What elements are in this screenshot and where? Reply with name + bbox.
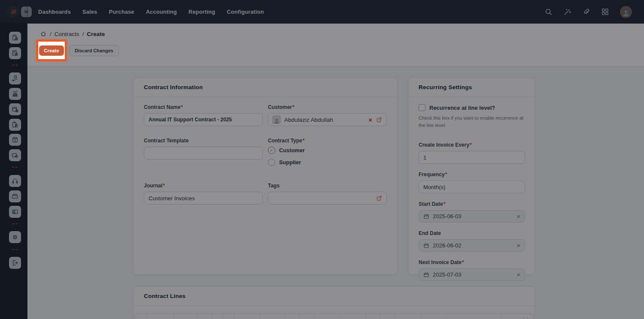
tags-input[interactable]: [268, 192, 387, 205]
paperclip-icon[interactable]: [582, 8, 590, 16]
frequency-label: Frequency*: [419, 172, 525, 178]
contract-name-field: Contract Name*: [144, 104, 263, 126]
next-invoice-date-field: Next Invoice Date* 2025-07-03 ×: [419, 259, 525, 281]
journal-field: Journal*: [144, 183, 263, 205]
contract-template-field: Contract Template: [144, 138, 263, 171]
breadcrumb: / Contracts / Create: [40, 30, 105, 37]
sidebar-divider: [12, 167, 18, 168]
tags-label: Tags: [268, 183, 387, 189]
payments-hand-icon[interactable]: [9, 72, 21, 84]
create-invoice-every-field: Create Invoice Every*: [419, 142, 525, 164]
calendar-icon: [423, 272, 429, 278]
frequency-input[interactable]: [419, 181, 525, 193]
menu-sales[interactable]: Sales: [82, 9, 97, 15]
contract-name-label: Contract Name*: [144, 104, 263, 110]
apps-grid-icon[interactable]: [601, 8, 609, 16]
ledger-clock-icon[interactable]: [9, 32, 21, 44]
start-date-value: 2025-06-03: [433, 213, 513, 220]
page-header: [27, 24, 644, 66]
contract-type-supplier-radio[interactable]: Supplier: [268, 159, 387, 166]
home-icon[interactable]: [40, 30, 47, 37]
contract-type-field: Contract Type* ✓ Customer Supplier: [268, 138, 387, 171]
calculator-report-icon[interactable]: [9, 47, 21, 59]
end-date-field: End Date 2026-06-02 ×: [419, 230, 525, 252]
contract-template-label: Contract Template: [144, 138, 263, 144]
radio-label: Supplier: [279, 159, 301, 166]
discard-changes-button[interactable]: Discard Changes: [69, 45, 119, 56]
clipboard-calculator-icon[interactable]: [9, 119, 21, 131]
package-icon[interactable]: [9, 134, 21, 146]
breadcrumb-contracts[interactable]: Contracts: [55, 31, 79, 37]
contract-information-card: Contract Information Contract Name* Cust…: [133, 78, 398, 275]
subscription-card-icon[interactable]: [9, 206, 21, 218]
card-title: Contract Lines: [144, 293, 185, 299]
bar-chart-icon[interactable]: [9, 88, 21, 100]
sidebar-divider: [12, 249, 18, 250]
topbar-actions: [544, 0, 632, 24]
tags-open-record-icon[interactable]: [376, 195, 383, 202]
card-header: Contract Information: [134, 78, 397, 97]
sidebar-collapse-button[interactable]: [21, 6, 32, 17]
card-header: Contract Lines: [134, 287, 535, 306]
create-button-highlight: Create: [36, 39, 67, 61]
recurring-settings-card: Recurring Settings Recurrence at line le…: [408, 78, 535, 275]
end-date-input[interactable]: 2026-06-02 ×: [419, 239, 525, 252]
magic-wand-icon[interactable]: [563, 8, 571, 16]
start-date-input[interactable]: 2025-06-03 ×: [419, 210, 525, 223]
sidebar-divider: [12, 65, 18, 66]
menu-reporting[interactable]: Reporting: [188, 9, 215, 15]
journal-input[interactable]: [144, 192, 263, 205]
required-mark: *: [445, 172, 447, 178]
end-date-label: End Date: [419, 230, 525, 236]
contract-type-label: Contract Type*: [268, 138, 387, 144]
start-date-label: Start Date*: [419, 201, 525, 207]
radio-unselected-icon: [268, 159, 275, 166]
wallet-icon[interactable]: [9, 149, 21, 161]
menu-configuration[interactable]: Configuration: [227, 9, 264, 15]
start-date-field: Start Date* 2025-06-03 ×: [419, 201, 525, 223]
settings-gear-icon[interactable]: [9, 231, 21, 243]
customer-avatar-icon: [272, 115, 281, 124]
customer-clear-icon[interactable]: ×: [368, 117, 372, 123]
user-avatar[interactable]: [620, 6, 632, 18]
next-invoice-date-input[interactable]: 2025-07-03 ×: [419, 268, 525, 281]
contract-type-customer-radio[interactable]: ✓ Customer: [268, 147, 387, 154]
sidebar: [0, 0, 27, 319]
menu-purchase[interactable]: Purchase: [109, 9, 134, 15]
search-icon[interactable]: [544, 8, 553, 16]
required-mark: *: [444, 201, 446, 207]
next-invoice-date-clear-icon[interactable]: ×: [516, 271, 520, 278]
sidebar-edge: [27, 0, 27, 319]
headset-icon[interactable]: [9, 175, 21, 187]
required-mark: *: [181, 104, 183, 110]
customer-field: Customer* Abdulaziz Abdullah ×: [268, 104, 387, 126]
checkbox-icon: [419, 104, 425, 111]
customer-input[interactable]: Abdulaziz Abdullah ×: [268, 113, 387, 126]
required-mark: *: [163, 183, 165, 189]
start-date-clear-icon[interactable]: ×: [516, 213, 520, 220]
menu-accounting[interactable]: Accounting: [146, 9, 177, 15]
breadcrumb-separator: /: [50, 31, 52, 37]
recurrence-line-level-checkbox[interactable]: Recurrence at line level?: [419, 104, 524, 111]
checkbox-label: Recurrence at line level?: [429, 105, 495, 111]
customer-label: Customer*: [268, 104, 387, 110]
customer-open-record-icon[interactable]: [376, 116, 383, 123]
create-button[interactable]: Create: [39, 45, 64, 56]
box-add-icon[interactable]: [9, 103, 21, 115]
create-invoice-every-input[interactable]: [419, 151, 525, 164]
app-logo-icon[interactable]: [7, 6, 19, 18]
logout-icon[interactable]: [9, 257, 21, 269]
card-title: Contract Information: [144, 84, 203, 90]
contract-template-input[interactable]: [144, 147, 263, 160]
required-mark: *: [462, 259, 464, 265]
checkbox-help-text: Check this box if you want to enable rec…: [419, 114, 527, 129]
menu-dashboards[interactable]: Dashboards: [38, 9, 71, 15]
radio-selected-icon: ✓: [268, 147, 275, 154]
contract-name-input[interactable]: [144, 113, 263, 126]
required-mark: *: [303, 138, 305, 144]
optional-columns-icon[interactable]: ⋮⋮: [522, 316, 529, 319]
radio-label: Customer: [279, 147, 305, 153]
documents-folder-icon[interactable]: [9, 190, 21, 202]
end-date-clear-icon[interactable]: ×: [516, 242, 520, 249]
frequency-field: Frequency*: [419, 172, 525, 193]
